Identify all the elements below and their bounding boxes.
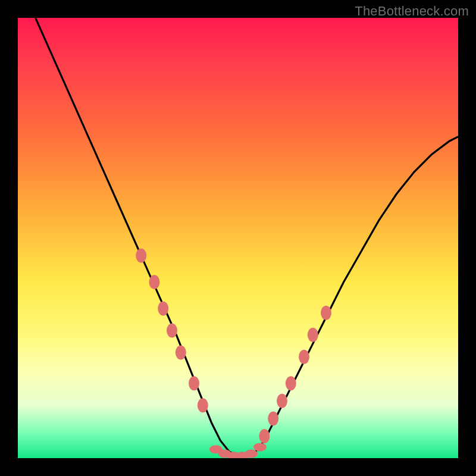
- data-marker: [308, 328, 318, 342]
- data-marker: [299, 350, 309, 364]
- markers-left-branch: [136, 249, 208, 413]
- data-marker: [158, 301, 168, 315]
- data-marker: [286, 376, 296, 390]
- data-marker: [198, 398, 208, 412]
- watermark-text: TheBottleneck.com: [355, 4, 469, 19]
- data-marker: [321, 306, 331, 320]
- data-marker: [149, 275, 159, 289]
- curve-svg: [18, 18, 458, 458]
- data-marker: [277, 394, 287, 408]
- data-marker: [136, 249, 146, 263]
- data-marker: [245, 450, 258, 458]
- data-marker: [253, 443, 267, 452]
- chart-frame: TheBottleneck.com: [0, 0, 476, 476]
- markers-trough: [209, 443, 267, 459]
- plot-area: [18, 18, 458, 458]
- data-marker: [259, 429, 270, 443]
- data-marker: [167, 323, 177, 337]
- data-marker: [189, 376, 199, 390]
- data-marker: [176, 345, 186, 359]
- bottleneck-curve: [36, 18, 458, 456]
- data-marker: [268, 411, 278, 425]
